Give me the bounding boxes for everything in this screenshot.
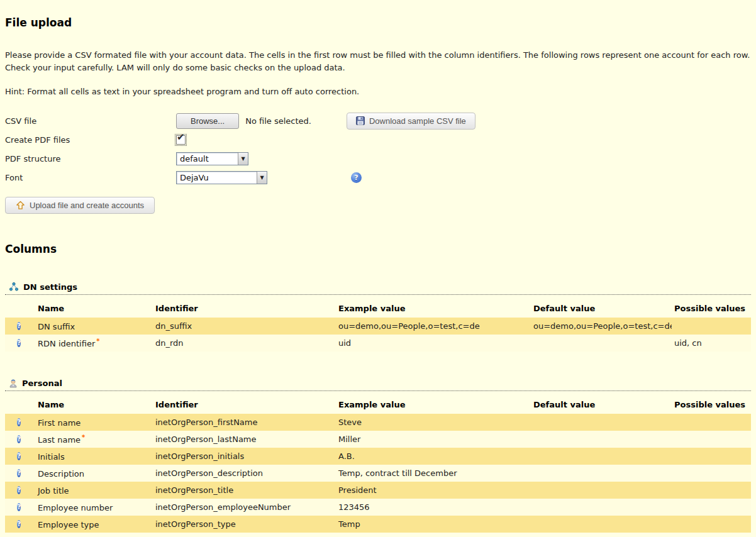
pdf-structure-row: PDF structure default ▼	[5, 149, 751, 168]
download-sample-csv-button[interactable]: Download sample CSV file	[347, 113, 475, 130]
pdf-structure-label: PDF structure	[5, 154, 176, 163]
download-sample-csv-label: Download sample CSV file	[369, 116, 466, 126]
col-header-possible: Possible values	[672, 299, 751, 318]
field-identifier: inetOrgPerson_description	[153, 465, 336, 482]
help-icon[interactable]: ?	[17, 322, 21, 330]
field-possible	[672, 465, 751, 482]
field-example: uid	[336, 335, 531, 352]
csv-file-label: CSV file	[5, 116, 176, 126]
section-header-personal: Personal	[5, 378, 751, 391]
field-default	[531, 335, 672, 352]
field-default	[531, 465, 672, 482]
required-marker: *	[96, 338, 99, 345]
field-identifier: inetOrgPerson_title	[153, 482, 336, 499]
table-row: ? Job title inetOrgPerson_title Presiden…	[5, 482, 751, 499]
upload-file-button[interactable]: Upload file and create accounts	[5, 197, 155, 214]
field-name: RDN identifier	[38, 339, 95, 348]
intro-line-1: Please provide a CSV formated file with …	[5, 49, 751, 62]
field-possible	[672, 499, 751, 516]
table-row: ? Employee type inetOrgPerson_type Temp	[5, 516, 751, 533]
font-label: Font	[5, 173, 176, 182]
csv-file-row: CSV file Browse... No file selected. Dow…	[5, 111, 751, 130]
pdf-structure-select[interactable]: default ▼	[176, 152, 248, 165]
help-icon[interactable]: ?	[17, 520, 21, 528]
help-icon[interactable]: ?	[17, 418, 21, 426]
field-name: Description	[38, 469, 84, 479]
table-row: ? DN suffix dn_suffix ou=demo,ou=People,…	[5, 318, 751, 335]
section-title: DN settings	[23, 282, 77, 292]
help-icon[interactable]: ?	[17, 486, 21, 494]
intro-text: Please provide a CSV formated file with …	[5, 49, 751, 74]
field-example: Temp, contract till December	[336, 465, 531, 482]
field-possible: uid, cn	[672, 335, 751, 352]
table-row: ? RDN identifier* dn_rdn uid uid, cn	[5, 335, 751, 352]
field-possible	[672, 482, 751, 499]
font-selected-value: DejaVu	[177, 172, 213, 184]
col-header-default: Default value	[531, 299, 672, 318]
dropdown-arrow-icon: ▼	[257, 172, 267, 184]
page-title: File upload	[5, 16, 751, 29]
field-identifier: inetOrgPerson_type	[153, 516, 336, 533]
field-identifier: dn_suffix	[153, 318, 336, 335]
browse-button[interactable]: Browse...	[176, 113, 239, 129]
no-file-text: No file selected.	[245, 116, 311, 126]
required-marker: *	[82, 434, 85, 441]
col-header-possible: Possible values	[672, 395, 751, 414]
field-possible	[672, 431, 751, 448]
font-row: Font DejaVu ▼ ?	[5, 168, 751, 187]
section-title: Personal	[22, 379, 62, 388]
floppy-disk-icon	[356, 116, 365, 125]
columns-heading: Columns	[5, 243, 751, 255]
create-pdf-checkbox[interactable]: ✔	[176, 135, 186, 145]
field-identifier: inetOrgPerson_firstName	[153, 414, 336, 431]
personal-table: Name Identifier Example value Default va…	[5, 395, 751, 533]
help-icon[interactable]: ?	[17, 339, 21, 347]
help-icon[interactable]: ?	[17, 452, 21, 460]
upload-arrow-icon	[16, 201, 25, 210]
field-name: Employee number	[38, 503, 113, 512]
help-icon[interactable]: ?	[351, 172, 362, 183]
field-possible	[672, 318, 751, 335]
field-possible	[672, 414, 751, 431]
field-default	[531, 499, 672, 516]
col-header-name: Name	[35, 395, 153, 414]
hint-text: Hint: Format all cells as text in your s…	[5, 87, 751, 96]
field-example: ou=demo,ou=People,o=test,c=de	[336, 318, 531, 335]
field-example: Steve	[336, 414, 531, 431]
field-example: Miller	[336, 431, 531, 448]
file-upload-page: File upload Please provide a CSV formate…	[0, 16, 756, 533]
create-pdf-label: Create PDF files	[5, 135, 176, 145]
field-name: Initials	[38, 452, 65, 462]
table-row: ? Description inetOrgPerson_description …	[5, 465, 751, 482]
col-header-identifier: Identifier	[153, 299, 336, 318]
field-example: Temp	[336, 516, 531, 533]
help-icon[interactable]: ?	[17, 435, 21, 443]
section-header-dn-settings: DN settings	[5, 282, 751, 295]
field-name: First name	[38, 418, 81, 428]
help-icon[interactable]: ?	[17, 503, 21, 511]
col-header-example: Example value	[336, 395, 531, 414]
field-possible	[672, 448, 751, 465]
field-name: Employee type	[38, 520, 99, 529]
table-header-row: Name Identifier Example value Default va…	[5, 395, 751, 414]
field-name: Last name	[38, 435, 81, 445]
col-header-identifier: Identifier	[153, 395, 336, 414]
field-identifier: inetOrgPerson_employeeNumber	[153, 499, 336, 516]
create-pdf-row: Create PDF files ✔	[5, 130, 751, 149]
table-row: ? First name inetOrgPerson_firstName Ste…	[5, 414, 751, 431]
ldap-tree-icon	[9, 282, 19, 292]
person-icon	[9, 378, 18, 388]
field-example: President	[336, 482, 531, 499]
field-default	[531, 414, 672, 431]
col-header-name: Name	[35, 299, 153, 318]
col-header-default: Default value	[531, 395, 672, 414]
dn-settings-table: Name Identifier Example value Default va…	[5, 299, 751, 352]
col-header-example: Example value	[336, 299, 531, 318]
field-default	[531, 431, 672, 448]
dropdown-arrow-icon: ▼	[238, 153, 248, 165]
field-example: A.B.	[336, 448, 531, 465]
field-default: ou=demo,ou=People,o=test,c=de	[531, 318, 672, 335]
font-select[interactable]: DejaVu ▼	[176, 171, 267, 184]
field-default	[531, 516, 672, 533]
help-icon[interactable]: ?	[17, 469, 21, 477]
